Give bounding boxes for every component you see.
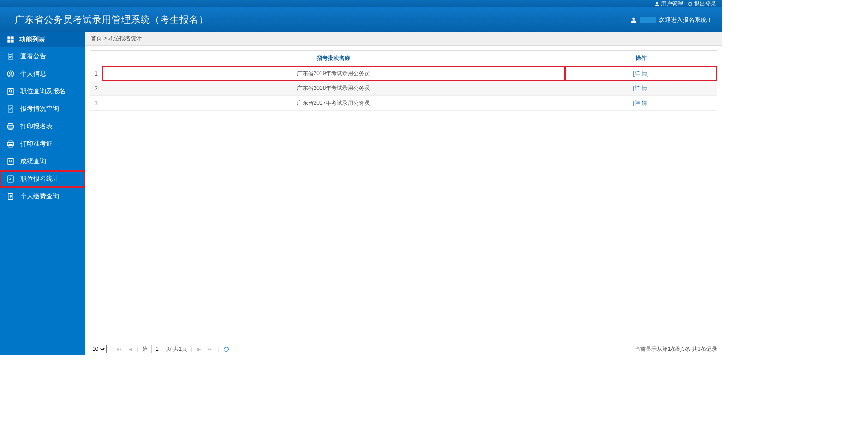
pager-sep: | [191, 346, 192, 352]
page-size-select[interactable]: 10 [90, 345, 107, 353]
sidebar-item-label: 打印准考证 [20, 140, 53, 148]
sidebar-item-label: 查看公告 [20, 52, 46, 60]
breadcrumb-sep: > [103, 35, 107, 42]
page-label-prefix: 第 [142, 345, 148, 353]
page-label-suffix: 页 共1页 [166, 345, 187, 353]
row-name: 广东省2017年考试录用公务员 [102, 96, 565, 111]
next-page-button[interactable]: ▶ [196, 346, 202, 352]
prev-page-button[interactable]: ◀ [127, 346, 133, 352]
avatar-icon [630, 16, 637, 24]
row-index: 1 [90, 66, 102, 81]
sidebar-item-stats[interactable]: 职位报名统计 [0, 170, 85, 188]
svg-rect-14 [8, 88, 13, 95]
col-name: 招考批次名称 [102, 51, 565, 66]
sidebar-item-status-doc[interactable]: 报考情况查询 [0, 100, 85, 118]
pager-summary: 当前显示从第1条到3条 共3条记录 [635, 345, 717, 353]
user-badge [640, 17, 656, 23]
status-doc-icon [6, 105, 15, 113]
header: 广东省公务员考试录用管理系统（考生报名） 欢迎进入报名系统！ [0, 7, 722, 32]
col-action: 操作 [565, 51, 717, 66]
print-form-icon [6, 122, 15, 130]
batch-table: 招考批次名称 操作 1 广东省2019年考试录用公务员 [详 情] 2 广东省2… [90, 50, 717, 111]
svg-rect-24 [8, 158, 13, 165]
pager-sep: | [137, 346, 138, 352]
svg-point-0 [656, 2, 658, 4]
sidebar-item-label: 职位报名统计 [20, 175, 59, 183]
row-index: 2 [90, 81, 102, 96]
fee-icon [6, 192, 15, 201]
svg-rect-19 [7, 125, 14, 128]
breadcrumb-home[interactable]: 首页 [91, 35, 102, 42]
breadcrumb-current: 职位报名统计 [108, 35, 142, 42]
user-management-label: 用户管理 [661, 0, 683, 8]
footer: 10 | ⏮ ◀ | 第 页 共1页 | ▶ ⏭ | 当前显示从第1条到3条 共… [85, 343, 722, 355]
refresh-button[interactable] [223, 346, 229, 352]
sidebar-item-label: 职位查询及报名 [20, 87, 65, 95]
sidebar-item-label: 报考情况查询 [20, 105, 59, 113]
logout-label: 退出登录 [694, 0, 716, 8]
row-action: [详 情] [565, 81, 717, 96]
svg-rect-22 [9, 141, 12, 142]
col-idx [90, 51, 102, 66]
welcome-text: 欢迎进入报名系统！ [659, 16, 713, 24]
row-index: 3 [90, 96, 102, 111]
sidebar-item-user[interactable]: 个人信息 [0, 65, 85, 83]
detail-link[interactable]: [详 情] [633, 85, 648, 91]
svg-rect-6 [7, 40, 10, 43]
sidebar-item-search-doc[interactable]: 职位查询及报名 [0, 83, 85, 100]
sidebar-item-print-cert[interactable]: 打印准考证 [0, 135, 85, 153]
sidebar-header-label: 功能列表 [19, 36, 45, 44]
sidebar-item-fee[interactable]: 个人缴费查询 [0, 188, 85, 205]
pager-sep: | [218, 346, 219, 352]
svg-rect-7 [11, 40, 14, 43]
score-icon [6, 157, 15, 166]
content: 招考批次名称 操作 1 广东省2019年考试录用公务员 [详 情] 2 广东省2… [85, 46, 722, 343]
main: 首页 > 职位报名统计 招考批次名称 操作 1 广东省2019年考试录用公务员 … [85, 32, 722, 355]
logout-link[interactable]: 退出登录 [688, 0, 716, 8]
page-number-input[interactable] [151, 345, 162, 353]
grid-icon [6, 36, 15, 44]
row-action: [详 情] [565, 66, 717, 81]
stats-icon [6, 175, 15, 183]
breadcrumb: 首页 > 职位报名统计 [85, 32, 722, 46]
pager: 10 | ⏮ ◀ | 第 页 共1页 | ▶ ⏭ | [90, 345, 229, 353]
svg-rect-21 [7, 142, 14, 146]
table-row: 3 广东省2017年考试录用公务员 [详 情] [90, 96, 717, 111]
sidebar-header: 功能列表 [0, 32, 85, 47]
user-management-link[interactable]: 用户管理 [654, 0, 683, 8]
svg-line-16 [12, 92, 12, 93]
detail-link[interactable]: [详 情] [633, 100, 648, 106]
pager-sep: | [110, 346, 112, 352]
svg-rect-5 [11, 36, 14, 39]
sidebar-item-file[interactable]: 查看公告 [0, 47, 85, 65]
sidebar-item-label: 打印报名表 [20, 122, 53, 130]
table-row: 1 广东省2019年考试录用公务员 [详 情] [90, 66, 717, 81]
sidebar-item-label: 成绩查询 [20, 157, 46, 166]
row-name: 广东省2019年考试录用公务员 [102, 66, 565, 81]
power-icon [688, 1, 693, 6]
table-row: 2 广东省2018年考试录用公务员 [详 情] [90, 81, 717, 96]
print-cert-icon [6, 140, 15, 148]
detail-link[interactable]: [详 情] [633, 70, 648, 77]
svg-point-3 [632, 17, 635, 19]
svg-point-25 [10, 160, 12, 162]
row-name: 广东省2018年考试录用公务员 [102, 81, 565, 96]
sidebar-item-print-form[interactable]: 打印报名表 [0, 118, 85, 135]
header-right: 欢迎进入报名系统！ [630, 16, 713, 24]
file-icon [6, 52, 15, 60]
first-page-button[interactable]: ⏮ [115, 346, 123, 352]
sidebar-item-score[interactable]: 成绩查询 [0, 153, 85, 170]
user-icon [6, 70, 15, 78]
sidebar-item-label: 个人缴费查询 [20, 192, 59, 201]
last-page-button[interactable]: ⏭ [206, 346, 214, 352]
svg-line-26 [12, 162, 12, 163]
sidebar: 功能列表 查看公告个人信息职位查询及报名报考情况查询打印报名表打印准考证成绩查询… [0, 32, 85, 355]
sidebar-item-label: 个人信息 [20, 70, 46, 78]
row-action: [详 情] [565, 96, 717, 111]
system-title: 广东省公务员考试录用管理系统（考生报名） [15, 13, 208, 26]
svg-rect-4 [7, 36, 10, 39]
user-icon [654, 1, 660, 6]
svg-point-15 [9, 90, 12, 92]
top-bar: 用户管理 退出登录 [0, 0, 722, 7]
search-doc-icon [6, 87, 15, 95]
